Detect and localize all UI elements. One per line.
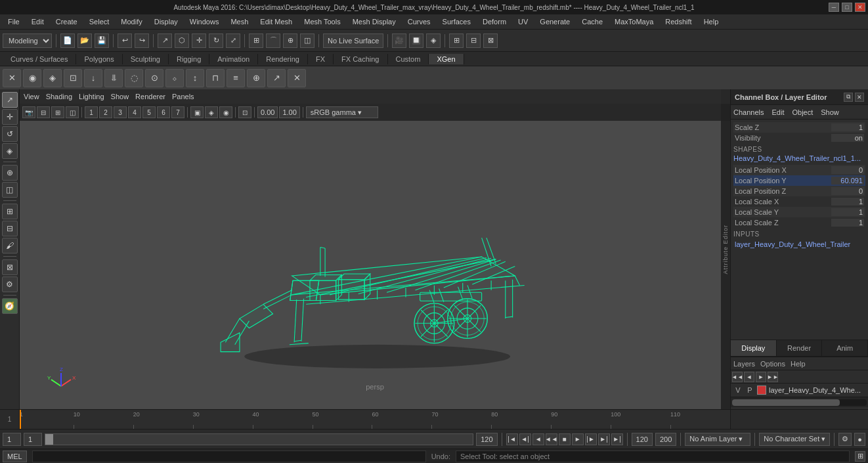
compass-icon[interactable]: 🧭 <box>2 298 18 314</box>
vp-shading-5[interactable]: 5 <box>142 106 156 118</box>
shelf-tab-polygons[interactable]: Polygons <box>76 54 122 64</box>
shelf-icon-15[interactable]: ✕ <box>288 69 306 87</box>
close-button[interactable]: ✕ <box>855 3 865 12</box>
menu-uv[interactable]: UV <box>513 16 533 27</box>
shelf-tab-custom[interactable]: Custom <box>388 54 429 64</box>
frame-current-display[interactable]: 1 <box>24 433 42 446</box>
shelf-tab-sculpting[interactable]: Sculpting <box>123 54 169 64</box>
shelf-tab-curves-surfaces[interactable]: Curves / Surfaces <box>3 54 76 64</box>
move-tool-icon[interactable]: ✛ <box>2 109 18 125</box>
new-file-button[interactable]: 📄 <box>60 33 75 48</box>
show-tab[interactable]: Show <box>821 108 839 116</box>
minimize-button[interactable]: ─ <box>829 3 839 12</box>
layer-next-button[interactable]: ► <box>756 372 766 382</box>
channel-value-scale-z[interactable]: 1 <box>831 123 864 131</box>
menu-generate[interactable]: Generate <box>534 16 575 27</box>
character-set-selector[interactable]: No Character Set ▾ <box>759 433 830 446</box>
shelf-tab-fx[interactable]: FX <box>308 54 334 64</box>
range-end-field[interactable]: 200 <box>655 433 676 446</box>
snap-curve-button[interactable]: ⌒ <box>266 33 280 48</box>
rp-tab-display[interactable]: Display <box>731 340 777 356</box>
menu-surfaces[interactable]: Surfaces <box>437 16 476 27</box>
prev-frame-button[interactable]: ◄ <box>532 433 544 445</box>
vp-menu-lighting[interactable]: Lighting <box>79 93 104 100</box>
menu-cache[interactable]: Cache <box>576 16 608 27</box>
vp-menu-view[interactable]: View <box>24 93 39 100</box>
settings-icon[interactable]: ⚙ <box>2 276 18 292</box>
sym-icon[interactable]: ⊟ <box>2 221 18 236</box>
viewport[interactable]: View Shading Lighting Show Renderer Pane… <box>20 89 730 409</box>
shelf-tab-xgen[interactable]: XGen <box>429 54 464 64</box>
open-file-button[interactable]: 📂 <box>77 33 92 48</box>
menu-curves[interactable]: Curves <box>402 16 436 27</box>
vp-wireframe-icon[interactable]: ◫ <box>66 106 79 118</box>
paint-icon[interactable]: 🖌 <box>2 238 18 254</box>
vp-shading-2[interactable]: 2 <box>99 106 112 118</box>
vp-menu-renderer[interactable]: Renderer <box>135 93 165 100</box>
render-button[interactable]: 🎥 <box>392 33 406 48</box>
layer-color-swatch[interactable] <box>757 386 766 395</box>
channels-tab[interactable]: Channels <box>733 108 764 116</box>
shelf-icon-13[interactable]: ⊕ <box>247 69 265 87</box>
vp-render-icon[interactable]: ▣ <box>190 106 204 118</box>
vp-menu-show[interactable]: Show <box>111 93 129 100</box>
vp-menu-shading[interactable]: Shading <box>46 93 72 100</box>
scroll-thumb[interactable] <box>732 399 840 406</box>
shelf-icon-9[interactable]: ⬦ <box>165 69 184 87</box>
stop-button[interactable]: ■ <box>559 433 571 445</box>
layer-prev-button[interactable]: ◄ <box>744 372 754 382</box>
shelf-tab-fx-caching[interactable]: FX Caching <box>334 54 387 64</box>
move-tool[interactable]: ✛ <box>192 33 206 48</box>
menu-modify[interactable]: Modify <box>116 16 147 27</box>
shelf-icon-3[interactable]: ◈ <box>43 69 62 87</box>
shelf-icon-2[interactable]: ◉ <box>23 69 41 87</box>
snap-icon[interactable]: ⊞ <box>2 204 18 219</box>
vp-shading-1[interactable]: 1 <box>85 106 98 118</box>
ipr-button[interactable]: 🔲 <box>409 33 423 48</box>
vp-shading-3[interactable]: 3 <box>114 106 127 118</box>
play-forward-button[interactable]: ► <box>572 433 584 445</box>
scale-tool-icon[interactable]: ◈ <box>2 143 18 159</box>
menu-edit-mesh[interactable]: Edit Mesh <box>255 16 297 27</box>
right-panel-icon-3[interactable]: ⊠ <box>483 33 498 48</box>
channel-value-local-scale-z[interactable]: 1 <box>831 219 864 227</box>
channel-value-local-pos-y[interactable]: 60.091 <box>831 177 864 185</box>
jump-start-button[interactable]: |◄ <box>506 433 518 445</box>
menu-mesh-tools[interactable]: Mesh Tools <box>299 16 345 27</box>
rp-tab-anim[interactable]: Anim <box>822 340 868 356</box>
menu-maxtomaya[interactable]: MaxToMaya <box>609 16 659 27</box>
vp-aa-icon[interactable]: ◈ <box>205 106 218 118</box>
menu-select[interactable]: Select <box>84 16 115 27</box>
layer-scrollbar[interactable] <box>731 397 868 407</box>
menu-redshift[interactable]: Redshift <box>660 16 697 27</box>
vp-grid-icon[interactable]: ⊞ <box>51 106 64 118</box>
vp-menu-panels[interactable]: Panels <box>172 93 194 100</box>
vp-shading-6[interactable]: 6 <box>157 106 170 118</box>
layer-header-layers[interactable]: Layers <box>733 360 755 368</box>
shelf-icon-14[interactable]: ↗ <box>267 69 286 87</box>
workspace-selector[interactable]: Modeling <box>3 33 52 48</box>
shelf-icon-11[interactable]: ⊓ <box>206 69 225 87</box>
maximize-button[interactable]: □ <box>842 3 852 12</box>
rotate-tool-icon[interactable]: ↺ <box>2 126 18 142</box>
range-start-field[interactable]: 120 <box>632 433 653 446</box>
channel-value-local-pos-x[interactable]: 0 <box>831 166 864 174</box>
scripting-language-selector[interactable]: MEL <box>3 451 27 462</box>
vp-hud-icon[interactable]: ⊡ <box>238 106 251 118</box>
shelf-tab-rigging[interactable]: Rigging <box>169 54 209 64</box>
channel-value-local-scale-y[interactable]: 1 <box>831 208 864 216</box>
snap-point-button[interactable]: ⊕ <box>283 33 297 48</box>
right-panel-icon-1[interactable]: ⊞ <box>449 33 464 48</box>
channel-value-local-pos-z[interactable]: 0 <box>831 187 864 195</box>
vp-display-icon[interactable]: ⊟ <box>37 106 50 118</box>
menu-file[interactable]: File <box>3 16 25 27</box>
menu-create[interactable]: Create <box>51 16 83 27</box>
script-input[interactable] <box>32 451 426 462</box>
component-mode-icon[interactable]: ◫ <box>2 182 18 198</box>
soft-select-icon[interactable]: ⊕ <box>2 165 18 181</box>
anim-layer-selector[interactable]: No Anim Layer ▾ <box>685 433 750 446</box>
auto-key-button[interactable]: ● <box>854 433 865 446</box>
menu-edit[interactable]: Edit <box>26 16 49 27</box>
rp-tab-render[interactable]: Render <box>777 340 823 356</box>
channel-value-visibility[interactable]: on <box>831 134 864 142</box>
